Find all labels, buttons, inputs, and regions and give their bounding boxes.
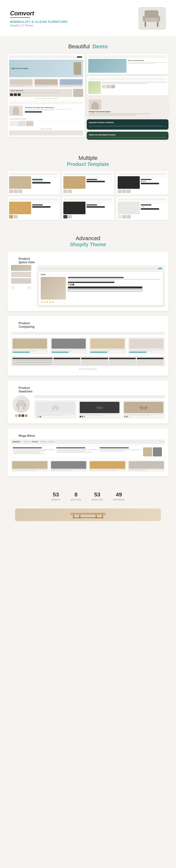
pt-thumb-3a	[118, 190, 122, 193]
pc-row-1	[12, 360, 164, 361]
nav-btn	[77, 56, 82, 58]
pt-price-2	[86, 179, 97, 180]
pt-thumb-2b	[68, 190, 72, 193]
pt-r-line10	[86, 203, 102, 204]
copy-item-1	[10, 121, 17, 126]
pc-products-row	[11, 337, 165, 354]
advanced-wrapper: Product Quick View ‹	[0, 251, 176, 486]
pt-right-4	[32, 202, 58, 218]
qv-modal-nav	[39, 267, 163, 270]
mock-nav-left	[9, 55, 83, 58]
pc-pline-7	[129, 350, 164, 350]
ps-ds-1[interactable]	[80, 416, 81, 417]
countdown-3	[17, 93, 21, 96]
ps-ws-1[interactable]	[36, 416, 37, 417]
footer-label: Table for Your Home	[9, 128, 83, 130]
ps-swatch-1[interactable]	[15, 414, 17, 417]
ps-ss-3[interactable]	[128, 416, 130, 417]
header: Comvort MINIMALIST & CLEAN FURNITURE Sho…	[0, 0, 176, 36]
svg-rect-4	[143, 16, 145, 22]
cs-line2	[102, 83, 147, 84]
advanced-label: Advanced	[0, 235, 176, 242]
stat-reviews: 49 Reviews	[113, 491, 125, 501]
pt-content-1	[9, 176, 58, 193]
pc-compare-table	[11, 356, 165, 366]
mm-ni-1[interactable]	[23, 441, 30, 442]
pt-price-4	[32, 205, 43, 206]
st-hero	[88, 59, 126, 73]
ps-product-dark	[78, 400, 121, 419]
pt-btn-4	[32, 206, 50, 208]
qv-sw-1	[68, 284, 70, 285]
product-card-1	[9, 79, 33, 88]
pt-btn-1	[32, 182, 50, 184]
pc-nav	[11, 332, 165, 335]
ps-ws-3[interactable]	[40, 416, 41, 417]
pc-rc-1	[12, 360, 52, 361]
pt-r-line1	[32, 177, 58, 177]
mm-ci-6	[56, 451, 85, 452]
svg-rect-25	[141, 409, 142, 410]
footer-nav-2	[41, 98, 46, 99]
footer-nav-3	[47, 98, 52, 99]
offer-line	[10, 92, 59, 93]
qv-prev-btn[interactable]: ‹	[11, 286, 15, 290]
pt-navbar-6	[120, 199, 166, 199]
hero-lamp	[74, 62, 81, 75]
pc-prod-2	[50, 337, 87, 354]
ps-swatch-2[interactable]	[19, 414, 21, 417]
ps-ds-3[interactable]	[84, 416, 85, 417]
pt-card-3	[116, 171, 169, 195]
advanced-title: Advanced Shopify Theme	[0, 227, 176, 251]
transform-text: Transform Your Home Into a Masterpiece	[25, 106, 82, 108]
qv-sw-3	[72, 284, 74, 285]
pc-rc2-1	[12, 362, 52, 363]
product-comparing-card: Product Comparing	[7, 316, 169, 376]
cs-content	[88, 81, 167, 94]
qv-add-btn[interactable]	[68, 286, 142, 288]
pt-r-line11	[141, 202, 167, 203]
ps-ds-2[interactable]	[82, 416, 83, 417]
pt-color-3	[144, 181, 146, 182]
ps-ss-1[interactable]	[124, 416, 126, 417]
nav-dot	[10, 57, 11, 57]
pc-rc3-2	[54, 364, 80, 365]
pc-nbar	[14, 333, 164, 334]
exq-line	[89, 126, 163, 126]
qv-wishlist-btn[interactable]	[68, 289, 142, 291]
pt-r-line2	[32, 178, 43, 178]
ps-swatch-3[interactable]	[22, 414, 24, 417]
pt-right-2	[86, 176, 113, 193]
pt-color-6-2	[143, 206, 144, 208]
svg-rect-12	[53, 405, 58, 409]
pt-thumbs-1	[9, 190, 31, 193]
pc-row-2	[12, 362, 164, 363]
mm-ci-4	[13, 453, 44, 454]
product-line4	[35, 86, 48, 87]
product-line5	[60, 85, 82, 86]
pt-content-3	[118, 176, 167, 193]
qv-layout: ‹ › Aarka	[11, 265, 165, 307]
cs-hero	[88, 81, 101, 94]
multiple-label: Multiple	[0, 155, 176, 161]
mm-cart-icon[interactable]	[160, 441, 164, 442]
mm-feature-label: Mega Menu	[11, 432, 165, 438]
ps-swatch-4[interactable]	[25, 414, 27, 417]
ps-ss-2[interactable]	[126, 416, 128, 417]
svg-rect-26	[145, 409, 146, 410]
mm-ni-3[interactable]	[48, 441, 55, 442]
ps-ws-2[interactable]	[38, 416, 39, 417]
multiple-template-title: Multiple Product Template	[0, 147, 176, 171]
pt-thumb-5b	[68, 215, 72, 218]
pc-pcta-2	[51, 352, 69, 353]
copy-label: Copy and briefing workspace	[10, 118, 82, 120]
pt-nav-6	[118, 198, 167, 200]
mm-ni-active[interactable]	[32, 441, 38, 442]
pc-pline-2	[12, 351, 37, 351]
qv-next-btn[interactable]: ›	[27, 286, 31, 290]
pc-rc2-5	[137, 362, 164, 363]
pt-thumb-3c	[127, 190, 131, 193]
ps-products	[34, 400, 165, 419]
mm-ni-2[interactable]	[40, 441, 46, 442]
pt-thumb-6c	[127, 215, 131, 218]
